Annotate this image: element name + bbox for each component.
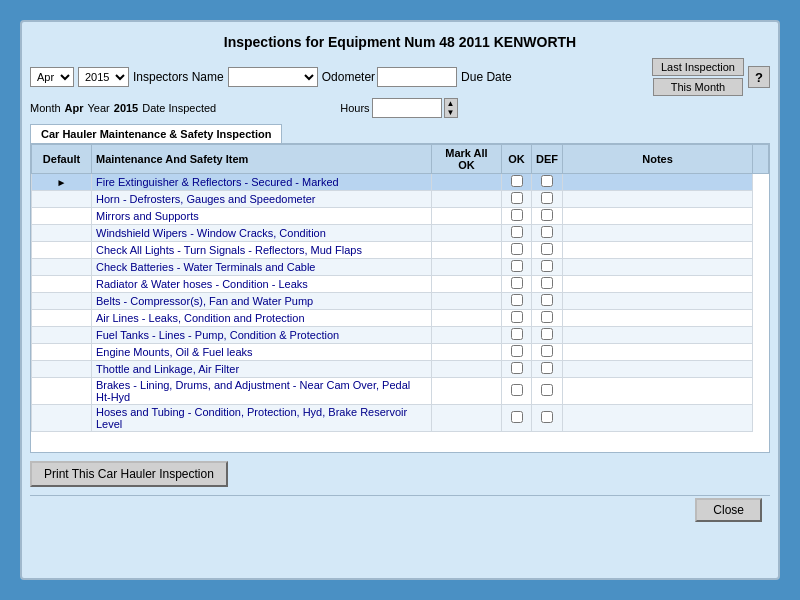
row-arrow-icon: ► (57, 177, 67, 188)
tab-car-hauler[interactable]: Car Hauler Maintenance & Safety Inspecti… (30, 124, 282, 143)
ok-checkbox[interactable] (511, 328, 523, 340)
def-checkbox[interactable] (541, 226, 553, 238)
odometer-input[interactable] (377, 67, 457, 87)
ok-cell[interactable] (502, 293, 532, 310)
default-cell (32, 361, 92, 378)
ok-cell[interactable] (502, 405, 532, 432)
spin-down-icon[interactable]: ▼ (445, 108, 457, 117)
ok-cell[interactable] (502, 174, 532, 191)
ok-checkbox[interactable] (511, 243, 523, 255)
def-cell[interactable] (532, 208, 563, 225)
notes-cell (563, 293, 753, 310)
mark-all-ok-cell (432, 276, 502, 293)
table-row: Check All Lights - Turn Signals - Reflec… (32, 242, 769, 259)
month-select[interactable]: Apr (30, 67, 74, 87)
def-cell[interactable] (532, 310, 563, 327)
help-button[interactable]: ? (748, 66, 770, 88)
ok-cell[interactable] (502, 361, 532, 378)
def-cell[interactable] (532, 344, 563, 361)
table-row: Fuel Tanks - Lines - Pump, Condition & P… (32, 327, 769, 344)
def-checkbox[interactable] (541, 345, 553, 357)
ok-checkbox[interactable] (511, 384, 523, 396)
mark-all-ok-cell (432, 208, 502, 225)
tab-bar: Car Hauler Maintenance & Safety Inspecti… (30, 124, 770, 143)
odometer-label: Odometer (322, 70, 375, 84)
ok-checkbox[interactable] (511, 311, 523, 323)
def-checkbox[interactable] (541, 277, 553, 289)
year-select[interactable]: 2015 (78, 67, 129, 87)
mark-all-ok-cell (432, 327, 502, 344)
def-checkbox[interactable] (541, 411, 553, 423)
def-cell[interactable] (532, 276, 563, 293)
def-checkbox[interactable] (541, 362, 553, 374)
def-checkbox[interactable] (541, 192, 553, 204)
hours-input[interactable] (372, 98, 442, 118)
mark-all-ok-cell (432, 191, 502, 208)
ok-cell[interactable] (502, 327, 532, 344)
ok-checkbox[interactable] (511, 294, 523, 306)
hours-spin[interactable]: ▲ ▼ (444, 98, 458, 118)
ok-checkbox[interactable] (511, 362, 523, 374)
def-cell[interactable] (532, 242, 563, 259)
def-cell[interactable] (532, 293, 563, 310)
close-button[interactable]: Close (695, 498, 762, 522)
def-cell[interactable] (532, 225, 563, 242)
def-cell[interactable] (532, 174, 563, 191)
col-item: Maintenance And Safety Item (92, 145, 432, 174)
ok-checkbox[interactable] (511, 175, 523, 187)
ok-cell[interactable] (502, 225, 532, 242)
default-cell (32, 225, 92, 242)
ok-cell[interactable] (502, 208, 532, 225)
def-checkbox[interactable] (541, 294, 553, 306)
ok-checkbox[interactable] (511, 277, 523, 289)
def-cell[interactable] (532, 191, 563, 208)
spin-up-icon[interactable]: ▲ (445, 99, 457, 108)
ok-checkbox[interactable] (511, 209, 523, 221)
notes-cell (563, 361, 753, 378)
table-row: Mirrors and Supports (32, 208, 769, 225)
ok-checkbox[interactable] (511, 226, 523, 238)
def-checkbox[interactable] (541, 243, 553, 255)
last-inspection-button[interactable]: Last Inspection (652, 58, 744, 76)
col-notes: Notes (563, 145, 753, 174)
inspectors-name-select[interactable] (228, 67, 318, 87)
item-cell: Hoses and Tubing - Condition, Protection… (92, 405, 432, 432)
default-cell (32, 344, 92, 361)
def-checkbox[interactable] (541, 384, 553, 396)
def-cell[interactable] (532, 405, 563, 432)
this-month-button[interactable]: This Month (653, 78, 743, 96)
ok-checkbox[interactable] (511, 260, 523, 272)
ok-cell[interactable] (502, 344, 532, 361)
mark-all-ok-cell (432, 405, 502, 432)
notes-cell (563, 225, 753, 242)
def-cell[interactable] (532, 327, 563, 344)
def-cell[interactable] (532, 259, 563, 276)
ok-cell[interactable] (502, 259, 532, 276)
ok-cell[interactable] (502, 191, 532, 208)
default-cell (32, 191, 92, 208)
item-cell: Engine Mounts, Oil & Fuel leaks (92, 344, 432, 361)
mark-all-ok-cell (432, 174, 502, 191)
def-checkbox[interactable] (541, 260, 553, 272)
hours-label: Hours (340, 102, 369, 114)
ok-cell[interactable] (502, 378, 532, 405)
inspection-table: Default Maintenance And Safety Item Mark… (31, 144, 769, 432)
ok-cell[interactable] (502, 276, 532, 293)
def-checkbox[interactable] (541, 328, 553, 340)
ok-checkbox[interactable] (511, 345, 523, 357)
ok-checkbox[interactable] (511, 192, 523, 204)
def-cell[interactable] (532, 361, 563, 378)
second-row: Month Apr Year 2015 Date Inspected Hours… (30, 98, 770, 118)
mark-all-ok-cell (432, 344, 502, 361)
def-checkbox[interactable] (541, 175, 553, 187)
def-checkbox[interactable] (541, 311, 553, 323)
col-def: DEF (532, 145, 563, 174)
def-cell[interactable] (532, 378, 563, 405)
def-checkbox[interactable] (541, 209, 553, 221)
ok-cell[interactable] (502, 242, 532, 259)
ok-cell[interactable] (502, 310, 532, 327)
ok-checkbox[interactable] (511, 411, 523, 423)
print-button[interactable]: Print This Car Hauler Inspection (30, 461, 228, 487)
table-row: Hoses and Tubing - Condition, Protection… (32, 405, 769, 432)
table-row: Radiator & Water hoses - Condition - Lea… (32, 276, 769, 293)
